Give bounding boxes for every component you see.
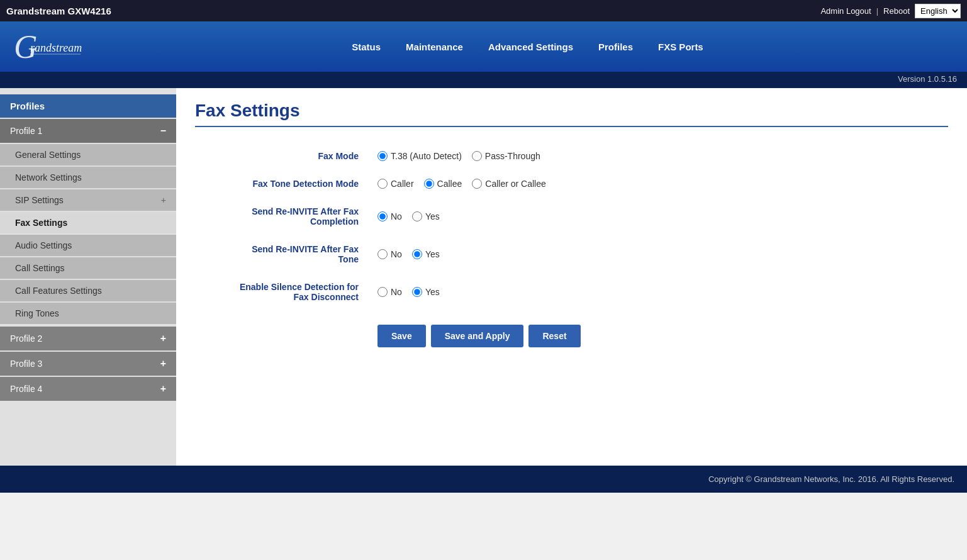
nav-links: Status Maintenance Advanced Settings Pro… [101, 42, 954, 52]
sidebar: Profiles Profile 1 − General Settings Ne… [0, 88, 176, 466]
sidebar-general-settings[interactable]: General Settings [0, 144, 176, 165]
fax-mode-t38-text: T.38 (Auto Detect) [391, 151, 462, 161]
nav-advanced-settings[interactable]: Advanced Settings [488, 42, 573, 52]
tone-no-radio[interactable] [377, 249, 388, 259]
tone-callee-text: Callee [437, 179, 462, 189]
completion-no-radio[interactable] [377, 211, 388, 221]
sidebar-profile-3-label: Profile 3 [10, 359, 42, 369]
tone-no-text: No [391, 249, 402, 259]
reinvite-completion-field: No Yes [371, 198, 948, 235]
fax-mode-row: Fax Mode T.38 (Auto Detect) Pass-Through [195, 142, 948, 170]
tone-caller-text: Caller [391, 179, 414, 189]
tone-caller-callee-text: Caller or Callee [485, 179, 545, 189]
sidebar-profile-1[interactable]: Profile 1 − [0, 119, 176, 143]
sidebar-profile-4-label: Profile 4 [10, 384, 42, 394]
sidebar-fax-settings[interactable]: Fax Settings [0, 212, 176, 233]
fax-mode-passthrough-radio[interactable] [472, 151, 482, 161]
tone-yes-radio[interactable] [412, 249, 422, 259]
reinvite-completion-label: Send Re-INVITE After FaxCompletion [195, 198, 371, 235]
nav-bar: G randstream Status Maintenance Advanced… [0, 21, 967, 72]
buttons-row: Save Save and Apply Reset [195, 311, 948, 356]
nav-profiles[interactable]: Profiles [598, 42, 633, 52]
sidebar-profile-1-label: Profile 1 [10, 126, 42, 136]
sidebar-audio-settings[interactable]: Audio Settings [0, 235, 176, 256]
fax-mode-t38-radio[interactable] [377, 151, 388, 161]
silence-no-text: No [391, 287, 402, 297]
reinvite-completion-row: Send Re-INVITE After FaxCompletion No Ye… [195, 198, 948, 235]
fax-mode-t38-option[interactable]: T.38 (Auto Detect) [377, 151, 462, 161]
completion-no-text: No [391, 211, 402, 221]
reset-button[interactable]: Reset [528, 325, 580, 347]
silence-no-radio[interactable] [377, 287, 388, 297]
completion-yes-option[interactable]: Yes [412, 211, 440, 221]
footer-text: Copyright © Grandstream Networks, Inc. 2… [708, 474, 954, 484]
expand-icon-4: + [160, 383, 166, 395]
sidebar-profile-3[interactable]: Profile 3 + [0, 352, 176, 376]
tone-caller-radio[interactable] [377, 179, 388, 189]
logo: G randstream [13, 28, 82, 65]
nav-fxs-ports[interactable]: FXS Ports [658, 42, 703, 52]
version-text: Version 1.0.5.16 [898, 74, 957, 84]
separator: | [876, 6, 878, 16]
nav-status[interactable]: Status [352, 42, 381, 52]
tone-caller-option[interactable]: Caller [377, 179, 414, 189]
reinvite-tone-row: Send Re-INVITE After FaxTone No Yes [195, 235, 948, 273]
save-and-apply-button[interactable]: Save and Apply [431, 325, 524, 347]
main-layout: Profiles Profile 1 − General Settings Ne… [0, 88, 967, 466]
silence-detection-row: Enable Silence Detection forFax Disconne… [195, 273, 948, 311]
top-bar: Grandstream GXW4216 Admin Logout | Reboo… [0, 0, 967, 21]
sidebar-network-settings[interactable]: Network Settings [0, 167, 176, 188]
tone-no-option[interactable]: No [377, 249, 402, 259]
sidebar-section-profiles: Profiles [0, 94, 176, 118]
top-bar-actions: Admin Logout | Reboot English [820, 4, 961, 18]
tone-caller-callee-radio[interactable] [472, 179, 482, 189]
expand-icon-2: + [160, 333, 166, 344]
completion-yes-radio[interactable] [412, 211, 422, 221]
fax-mode-field: T.38 (Auto Detect) Pass-Through [371, 142, 948, 170]
sidebar-profile-2[interactable]: Profile 2 + [0, 327, 176, 350]
footer: Copyright © Grandstream Networks, Inc. 2… [0, 466, 967, 493]
sidebar-call-features-settings[interactable]: Call Features Settings [0, 280, 176, 301]
fax-tone-detection-field: Caller Callee Caller or Callee [371, 170, 948, 198]
version-bar: Version 1.0.5.16 [0, 72, 967, 88]
completion-no-option[interactable]: No [377, 211, 402, 221]
silence-detection-label: Enable Silence Detection forFax Disconne… [195, 273, 371, 311]
fax-tone-detection-label: Fax Tone Detection Mode [195, 170, 371, 198]
tone-callee-radio[interactable] [424, 179, 434, 189]
save-button[interactable]: Save [377, 325, 426, 347]
tone-caller-callee-option[interactable]: Caller or Callee [472, 179, 545, 189]
sidebar-call-settings[interactable]: Call Settings [0, 257, 176, 279]
sidebar-profile-2-label: Profile 2 [10, 333, 42, 344]
silence-detection-field: No Yes [371, 273, 948, 311]
collapse-icon: − [160, 125, 166, 137]
sidebar-sip-settings[interactable]: SIP Settings + [0, 189, 176, 211]
nav-maintenance[interactable]: Maintenance [406, 42, 463, 52]
fax-settings-form: Fax Mode T.38 (Auto Detect) Pass-Through [195, 142, 948, 356]
content-area: Fax Settings Fax Mode T.38 (Auto Detect) [176, 88, 967, 466]
reinvite-tone-field: No Yes [371, 235, 948, 273]
sip-expand-icon: + [161, 195, 166, 205]
fax-tone-detection-row: Fax Tone Detection Mode Caller Callee [195, 170, 948, 198]
tone-yes-text: Yes [425, 249, 440, 259]
expand-icon-3: + [160, 358, 166, 369]
sidebar-profile-4[interactable]: Profile 4 + [0, 377, 176, 401]
sidebar-ring-tones[interactable]: Ring Tones [0, 303, 176, 324]
completion-yes-text: Yes [425, 211, 440, 221]
fax-mode-passthrough-text: Pass-Through [485, 151, 540, 161]
page-title: Fax Settings [195, 101, 948, 127]
silence-yes-radio[interactable] [412, 287, 422, 297]
tone-callee-option[interactable]: Callee [424, 179, 462, 189]
silence-no-option[interactable]: No [377, 287, 402, 297]
admin-logout-link[interactable]: Admin Logout [820, 6, 871, 16]
fax-mode-label: Fax Mode [195, 142, 371, 170]
svg-text:randstream: randstream [30, 42, 82, 54]
fax-mode-passthrough-option[interactable]: Pass-Through [472, 151, 540, 161]
silence-yes-text: Yes [425, 287, 440, 297]
tone-yes-option[interactable]: Yes [412, 249, 440, 259]
app-title: Grandstream GXW4216 [6, 6, 111, 16]
reinvite-tone-label: Send Re-INVITE After FaxTone [195, 235, 371, 273]
silence-yes-option[interactable]: Yes [412, 287, 440, 297]
language-select[interactable]: English [915, 4, 961, 18]
reboot-link[interactable]: Reboot [883, 6, 910, 16]
